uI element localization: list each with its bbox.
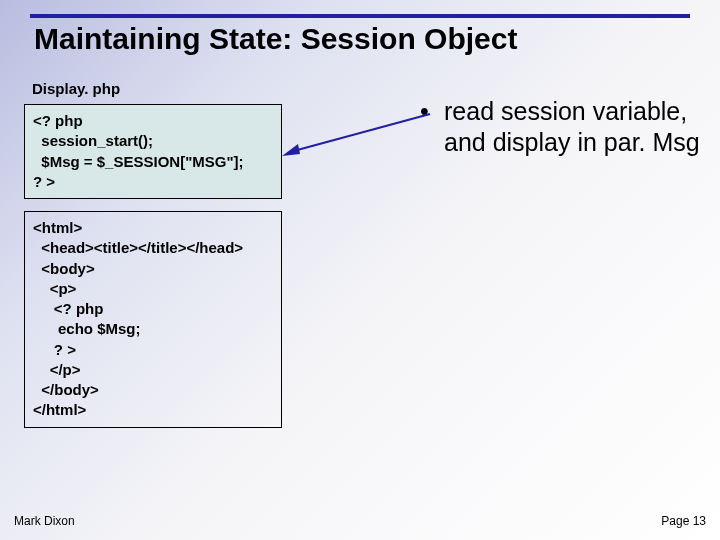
footer-page: Page 13 xyxy=(661,514,706,528)
bullet-dot: • xyxy=(420,96,429,127)
filename-label: Display. php xyxy=(32,80,120,97)
svg-marker-1 xyxy=(282,144,300,156)
bullet-item: • read session variable, and display in … xyxy=(420,96,704,159)
footer-author: Mark Dixon xyxy=(14,514,75,528)
svg-line-0 xyxy=(290,114,430,152)
code-block-php: <? php session_start(); $Msg = $_SESSION… xyxy=(24,104,282,199)
arrow-icon xyxy=(282,110,432,160)
page-title: Maintaining State: Session Object xyxy=(34,22,517,56)
bullet-text: read session variable, and display in pa… xyxy=(444,96,704,159)
title-text: Maintaining State: Session Object xyxy=(34,22,517,55)
title-rule xyxy=(30,14,690,18)
code-block-html: <html> <head><title></title></head> <bod… xyxy=(24,211,282,428)
